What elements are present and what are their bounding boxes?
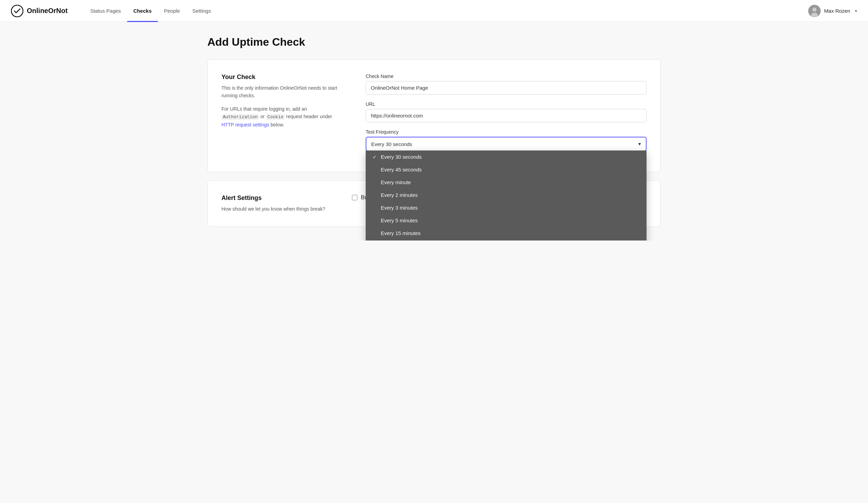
frequency-option-label: Every minute <box>381 179 411 185</box>
frequency-chevron-icon: ▾ <box>638 141 641 147</box>
nav-link-status-pages[interactable]: Status Pages <box>84 0 127 22</box>
card-right-form: Check Name URL Test Frequency Every 30 s… <box>366 73 647 158</box>
code-cookie: Cookie <box>266 114 285 120</box>
frequency-option-7[interactable]: Every 30 minutes <box>366 240 647 241</box>
user-name: Max Rozen <box>824 8 850 14</box>
frequency-option-5[interactable]: Every 5 minutes <box>366 214 647 227</box>
description-1: This is the only information OnlineOrNot… <box>221 84 345 100</box>
frequency-option-label: Every 15 minutes <box>381 230 421 236</box>
frequency-option-label: Every 5 minutes <box>381 218 418 223</box>
frequency-wrapper: Every 30 seconds ▾ ✓Every 30 secondsEver… <box>366 137 647 151</box>
frequency-option-4[interactable]: Every 3 minutes <box>366 201 647 214</box>
page-title: Add Uptime Check <box>207 36 661 49</box>
frequency-option-label: Every 30 seconds <box>381 154 422 160</box>
your-check-heading: Your Check <box>221 73 345 81</box>
brand-icon <box>11 5 23 17</box>
frequency-option-0[interactable]: ✓Every 30 seconds <box>366 151 647 163</box>
nav-link-checks[interactable]: Checks <box>127 0 158 22</box>
check-mark-icon: ✓ <box>373 154 378 160</box>
card-left-description: Your Check This is the only information … <box>221 73 345 158</box>
desc2-part1: For URLs that require logging in, add an <box>221 106 307 112</box>
frequency-option-1[interactable]: Every 45 seconds <box>366 163 647 176</box>
svg-point-2 <box>813 8 816 12</box>
your-check-card: Your Check This is the only information … <box>207 59 661 172</box>
nav-link-people[interactable]: People <box>158 0 186 22</box>
svg-point-0 <box>11 5 23 17</box>
frequency-option-2[interactable]: Every minute <box>366 176 647 189</box>
frequency-group: Test Frequency Every 30 seconds ▾ ✓Every… <box>366 129 647 151</box>
alert-heading: Alert Settings <box>221 194 331 202</box>
brand-name: OnlineOrNot <box>27 7 68 15</box>
frequency-label: Test Frequency <box>366 129 647 135</box>
frequency-dropdown: ✓Every 30 secondsEvery 45 secondsEvery m… <box>366 151 647 241</box>
http-request-settings-link[interactable]: HTTP request settings <box>221 122 269 128</box>
desc2-part4: below. <box>269 122 284 128</box>
url-group: URL <box>366 101 647 122</box>
selected-frequency-text: Every 30 seconds <box>371 141 412 147</box>
alert-description: How should we let you know when things b… <box>221 205 331 213</box>
url-input[interactable] <box>366 109 647 122</box>
nav-link-settings[interactable]: Settings <box>186 0 217 22</box>
description-2: For URLs that require logging in, add an… <box>221 105 345 129</box>
user-menu[interactable]: Max Rozen ▾ <box>808 5 857 17</box>
main-content: Add Uptime Check Your Check This is the … <box>194 22 674 241</box>
frequency-trigger[interactable]: Every 30 seconds ▾ <box>366 137 647 151</box>
code-authorization: Authorization <box>221 114 259 120</box>
check-name-label: Check Name <box>366 73 647 79</box>
alert-left: Alert Settings How should we let you kno… <box>221 194 331 213</box>
frequency-option-label: Every 3 minutes <box>381 205 418 211</box>
frequency-option-label: Every 2 minutes <box>381 192 418 198</box>
frequency-option-label: Every 45 seconds <box>381 167 422 172</box>
brand-logo[interactable]: OnlineOrNot <box>11 5 68 17</box>
frequency-option-3[interactable]: Every 2 minutes <box>366 189 647 201</box>
nav-links: Status Pages Checks People Settings <box>84 0 808 22</box>
navbar: OnlineOrNot Status Pages Checks People S… <box>0 0 868 22</box>
check-name-input[interactable] <box>366 81 647 94</box>
frequency-option-6[interactable]: Every 15 minutes <box>366 227 647 240</box>
desc2-part3: request header under <box>285 114 332 119</box>
desc2-part2: or <box>259 114 266 119</box>
url-label: URL <box>366 101 647 107</box>
check-name-group: Check Name <box>366 73 647 94</box>
bug-report-checkbox[interactable] <box>352 195 358 200</box>
avatar <box>808 5 820 17</box>
chevron-down-icon: ▾ <box>855 9 857 13</box>
